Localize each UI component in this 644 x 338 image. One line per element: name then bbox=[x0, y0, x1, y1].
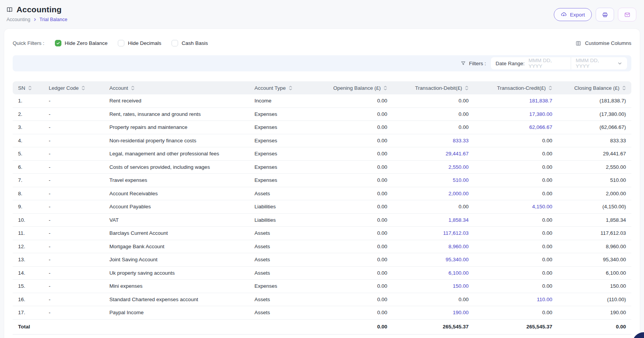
cell-transaction-debit[interactable]: 95,340.00 bbox=[393, 253, 474, 267]
checkbox-icon[interactable] bbox=[118, 40, 124, 46]
cell-ledger-code: - bbox=[43, 147, 104, 161]
cell-transaction-credit: 0.00 bbox=[474, 174, 558, 187]
cell-account: Standard Chartered expenses account bbox=[104, 293, 249, 306]
cell-transaction-credit[interactable]: 17,380.00 bbox=[474, 107, 558, 121]
cell-transaction-debit[interactable]: 2,000.00 bbox=[393, 187, 474, 200]
sort-icon bbox=[383, 86, 387, 91]
quick-filters-row: Quick Filters : Hide Zero BalanceHide De… bbox=[13, 29, 631, 46]
cell-account-type: Income bbox=[249, 94, 316, 107]
export-button[interactable]: Export bbox=[554, 8, 592, 21]
cell-account: Mini expenses bbox=[104, 280, 249, 293]
table-row: 3.-Property repairs and maintenanceExpen… bbox=[13, 121, 631, 134]
cell-closing-balance: 29,441.67 bbox=[558, 147, 631, 161]
cell-account-type: Expenses bbox=[249, 121, 316, 134]
cell-ledger-code: - bbox=[43, 240, 104, 253]
mail-button[interactable] bbox=[618, 8, 636, 21]
column-header-transaction-credit[interactable]: Transaction-Credit(£) bbox=[474, 81, 558, 94]
cell-ledger-code: - bbox=[43, 174, 104, 187]
column-header-opening-balance[interactable]: Opening Balance (£) bbox=[316, 81, 393, 94]
sort-icon bbox=[622, 86, 626, 91]
cell-transaction-credit: 0.00 bbox=[474, 280, 558, 293]
cell-ledger-code: - bbox=[43, 134, 104, 147]
column-header-ledger-code[interactable]: Ledger Code bbox=[43, 81, 104, 94]
print-button[interactable] bbox=[596, 8, 614, 21]
cell-account-type: Assets bbox=[249, 266, 316, 280]
cell-opening-balance: 0.00 bbox=[316, 160, 393, 174]
cell-ledger-code: - bbox=[43, 187, 104, 200]
cell-account-type: Assets bbox=[249, 306, 316, 320]
column-header-sn[interactable]: SN bbox=[13, 81, 43, 94]
cell-ledger-code: - bbox=[43, 160, 104, 174]
date-range-label: Date Range: bbox=[495, 57, 528, 69]
check-icon bbox=[56, 41, 60, 45]
cell-sn: 2. bbox=[13, 107, 43, 121]
date-range-picker[interactable]: Date Range: MMM DD, YYYY MMM DD, YYYY bbox=[491, 57, 627, 69]
cell-ledger-code: - bbox=[43, 293, 104, 306]
column-header-account-type[interactable]: Account Type bbox=[249, 81, 316, 94]
cell-transaction-debit[interactable]: 150.00 bbox=[393, 280, 474, 293]
column-header-label: Ledger Code bbox=[49, 85, 79, 91]
cell-transaction-credit[interactable]: 110.00 bbox=[474, 293, 558, 306]
cell-opening-balance: 0.00 bbox=[316, 107, 393, 121]
cell-sn: 15. bbox=[13, 280, 43, 293]
cell-transaction-debit[interactable]: 8,960.00 bbox=[393, 240, 474, 253]
column-header-closing-balance[interactable]: Closing Balance (£) bbox=[558, 81, 631, 94]
breadcrumb-current[interactable]: Trial Balance bbox=[40, 17, 68, 22]
cell-transaction-debit[interactable]: 833.33 bbox=[393, 134, 474, 147]
cell-sn: 1. bbox=[13, 94, 43, 107]
top-bar: Accounting Accounting Trial Balance Expo… bbox=[0, 0, 644, 22]
checkbox-icon[interactable] bbox=[172, 40, 178, 46]
sort-icon bbox=[28, 86, 32, 91]
cell-transaction-debit: 0.00 bbox=[393, 94, 474, 107]
cell-account: Property repairs and maintenance bbox=[104, 121, 249, 134]
cell-sn: 8. bbox=[13, 187, 43, 200]
cell-account-type: Assets bbox=[249, 253, 316, 267]
quick-filter-label: Hide Decimals bbox=[128, 40, 161, 46]
cell-transaction-debit[interactable]: 510.00 bbox=[393, 174, 474, 187]
cell-transaction-credit: 0.00 bbox=[474, 227, 558, 240]
cell-transaction-debit[interactable]: 1,858.34 bbox=[393, 213, 474, 227]
cloud-download-icon bbox=[561, 12, 567, 18]
cell-transaction-debit[interactable]: 117,612.03 bbox=[393, 227, 474, 240]
cell-account-type: Liabilities bbox=[249, 200, 316, 214]
chevron-right-icon bbox=[33, 18, 37, 21]
cell-transaction-debit[interactable]: 29,441.67 bbox=[393, 147, 474, 161]
column-header-account[interactable]: Account bbox=[104, 81, 249, 94]
cell-transaction-credit[interactable]: 4,150.00 bbox=[474, 200, 558, 214]
table-row: 2.-Rent, rates, insurance and ground ren… bbox=[13, 107, 631, 121]
cell-ledger-code: - bbox=[43, 227, 104, 240]
column-header-transaction-debit[interactable]: Transaction-Debit(£) bbox=[393, 81, 474, 94]
customise-columns-button[interactable]: Customise Columns bbox=[575, 40, 631, 46]
cell-transaction-credit: 0.00 bbox=[474, 253, 558, 267]
chevron-down-icon[interactable] bbox=[613, 57, 623, 69]
total-closing-balance: 0.00 bbox=[558, 319, 631, 334]
breadcrumb-parent[interactable]: Accounting bbox=[7, 17, 30, 22]
cell-opening-balance: 0.00 bbox=[316, 94, 393, 107]
cell-sn: 5. bbox=[13, 147, 43, 161]
cell-opening-balance: 0.00 bbox=[316, 293, 393, 306]
checkbox-icon[interactable] bbox=[55, 40, 61, 46]
cell-transaction-debit[interactable]: 190.00 bbox=[393, 306, 474, 320]
cell-closing-balance: 833.33 bbox=[558, 134, 631, 147]
quick-filter-cash-basis[interactable]: Cash Basis bbox=[172, 40, 208, 46]
cell-transaction-credit[interactable]: 181,838.7 bbox=[474, 94, 558, 107]
cell-sn: 9. bbox=[13, 200, 43, 214]
cell-transaction-debit[interactable]: 2,550.00 bbox=[393, 160, 474, 174]
date-from-input[interactable]: MMM DD, YYYY bbox=[528, 57, 566, 69]
cell-transaction-credit: 0.00 bbox=[474, 147, 558, 161]
customise-columns-label: Customise Columns bbox=[585, 40, 631, 46]
cell-transaction-debit[interactable]: 6,100.00 bbox=[393, 266, 474, 280]
cell-transaction-credit: 0.00 bbox=[474, 160, 558, 174]
title-block: Accounting Accounting Trial Balance bbox=[6, 5, 67, 22]
date-to-input[interactable]: MMM DD, YYYY bbox=[576, 57, 613, 69]
cell-transaction-credit: 0.00 bbox=[474, 266, 558, 280]
cell-opening-balance: 0.00 bbox=[316, 227, 393, 240]
cell-closing-balance: 8,960.00 bbox=[558, 240, 631, 253]
total-opening-balance: 0.00 bbox=[316, 319, 393, 334]
quick-filter-hide-decimals[interactable]: Hide Decimals bbox=[118, 40, 161, 46]
cell-transaction-credit: 0.00 bbox=[474, 213, 558, 227]
table-row: 12.-Mortgage Bank AccountAssets0.008,960… bbox=[13, 240, 631, 253]
quick-filter-hide-zero-balance[interactable]: Hide Zero Balance bbox=[55, 40, 108, 46]
cell-opening-balance: 0.00 bbox=[316, 187, 393, 200]
cell-transaction-credit[interactable]: 62,066.67 bbox=[474, 121, 558, 134]
